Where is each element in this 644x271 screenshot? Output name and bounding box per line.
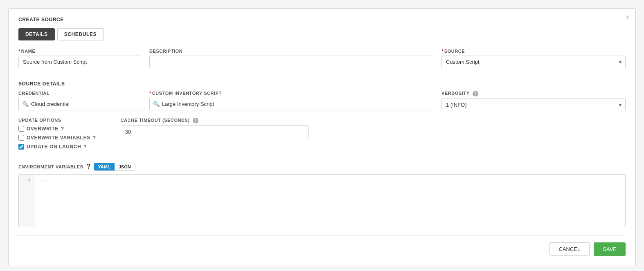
overwrite-help-icon[interactable]: ? <box>61 126 64 132</box>
json-button[interactable]: JSON <box>115 163 135 170</box>
overwrite-variables-label: OVERWRITE VARIABLES <box>27 135 90 141</box>
line-number-1: 1 <box>23 178 31 184</box>
env-vars-label: ENVIRONMENT VARIABLES <box>18 164 83 169</box>
cache-timeout-input[interactable] <box>121 125 309 138</box>
custom-inventory-search-wrapper[interactable]: 🔍 <box>149 98 433 110</box>
credential-search-wrapper[interactable]: 🔍 <box>18 98 141 110</box>
source-details-label: SOURCE DETAILS <box>18 81 626 87</box>
verbosity-select-wrapper[interactable]: 0 (WARNING) 1 (INFO) 2 (DEBUG) 3 (SOURCE… <box>441 99 626 111</box>
top-fields-row: *NAME DESCRIPTION *SOURCE Custom Script … <box>18 49 626 68</box>
overwrite-label: OVERWRITE <box>27 126 59 132</box>
cache-timeout-group: CACHE TIMEOUT (SECONDS) ? <box>121 118 309 156</box>
tab-schedules[interactable]: SCHEDULES <box>57 28 104 40</box>
yaml-button[interactable]: YAML <box>94 163 115 170</box>
tab-bar: DETAILS SCHEDULES <box>18 28 626 40</box>
credential-search-icon: 🔍 <box>22 101 29 107</box>
tab-details[interactable]: DETAILS <box>18 28 55 40</box>
update-options-label: UPDATE OPTIONS <box>18 118 96 123</box>
env-vars-header: ENVIRONMENT VARIABLES ? YAML JSON <box>18 163 626 171</box>
verbosity-help-icon[interactable]: ? <box>473 91 478 96</box>
description-input[interactable] <box>149 56 433 68</box>
cache-timeout-help-icon[interactable]: ? <box>193 118 198 123</box>
overwrite-variables-row[interactable]: OVERWRITE VARIABLES ? <box>18 135 96 141</box>
close-button[interactable]: × <box>625 13 630 21</box>
custom-inventory-search-icon: 🔍 <box>153 101 160 107</box>
modal-title: CREATE SOURCE <box>18 17 626 22</box>
custom-inventory-required-star: * <box>149 91 151 96</box>
credential-label: CREDENTIAL <box>18 91 141 96</box>
custom-inventory-group: *CUSTOM INVENTORY SCRIPT 🔍 <box>149 91 433 111</box>
overwrite-checkbox[interactable] <box>18 126 24 132</box>
save-button[interactable]: SAVE <box>594 242 626 256</box>
custom-inventory-input[interactable] <box>160 98 430 110</box>
credential-group: CREDENTIAL 🔍 <box>18 91 141 111</box>
update-on-launch-label: UPDATE ON LAUNCH <box>27 144 81 150</box>
update-options-section: UPDATE OPTIONS OVERWRITE ? OVERWRITE VAR… <box>18 118 96 150</box>
verbosity-label: VERBOSITY ? <box>441 91 626 96</box>
create-source-modal: × CREATE SOURCE DETAILS SCHEDULES *NAME … <box>8 8 636 266</box>
description-group: DESCRIPTION <box>149 49 433 68</box>
source-details-row: CREDENTIAL 🔍 *CUSTOM INVENTORY SCRIPT 🔍 … <box>18 91 626 111</box>
verbosity-group: VERBOSITY ? 0 (WARNING) 1 (INFO) 2 (DEBU… <box>441 91 626 111</box>
credential-input[interactable] <box>29 98 137 110</box>
update-on-launch-row[interactable]: UPDATE ON LAUNCH ? <box>18 144 96 150</box>
source-required-star: * <box>441 49 444 54</box>
name-label: *NAME <box>18 49 141 54</box>
update-options-row: UPDATE OPTIONS OVERWRITE ? OVERWRITE VAR… <box>18 118 626 156</box>
code-content[interactable]: --- <box>35 175 625 227</box>
name-group: *NAME <box>18 49 141 68</box>
update-on-launch-help-icon[interactable]: ? <box>83 144 87 150</box>
source-select[interactable]: Custom Script Amazon EC2 Google Compute … <box>441 56 626 68</box>
custom-inventory-label: *CUSTOM INVENTORY SCRIPT <box>149 91 433 96</box>
overwrite-variables-checkbox[interactable] <box>18 135 24 141</box>
overwrite-row[interactable]: OVERWRITE ? <box>18 126 96 132</box>
env-vars-section: ENVIRONMENT VARIABLES ? YAML JSON 1 --- <box>18 163 626 227</box>
code-editor: 1 --- <box>18 174 626 227</box>
name-input[interactable] <box>18 56 141 68</box>
overwrite-variables-help-icon[interactable]: ? <box>93 135 96 141</box>
name-required-star: * <box>18 49 20 54</box>
source-group: *SOURCE Custom Script Amazon EC2 Google … <box>441 49 626 68</box>
verbosity-select[interactable]: 0 (WARNING) 1 (INFO) 2 (DEBUG) 3 (SOURCE… <box>441 99 626 111</box>
source-label: *SOURCE <box>441 49 626 54</box>
section-divider <box>18 75 626 75</box>
env-vars-help-icon[interactable]: ? <box>87 163 90 170</box>
update-options-col: OVERWRITE ? OVERWRITE VARIABLES ? UPDATE… <box>18 126 96 150</box>
cancel-button[interactable]: CANCEL <box>549 242 590 256</box>
update-on-launch-checkbox[interactable] <box>18 144 24 150</box>
description-label: DESCRIPTION <box>149 49 433 54</box>
source-select-wrapper[interactable]: Custom Script Amazon EC2 Google Compute … <box>441 56 626 68</box>
cache-timeout-label: CACHE TIMEOUT (SECONDS) ? <box>121 118 309 123</box>
line-numbers: 1 <box>19 175 35 227</box>
format-toggle: YAML JSON <box>94 163 135 171</box>
modal-footer: CANCEL SAVE <box>18 235 626 256</box>
